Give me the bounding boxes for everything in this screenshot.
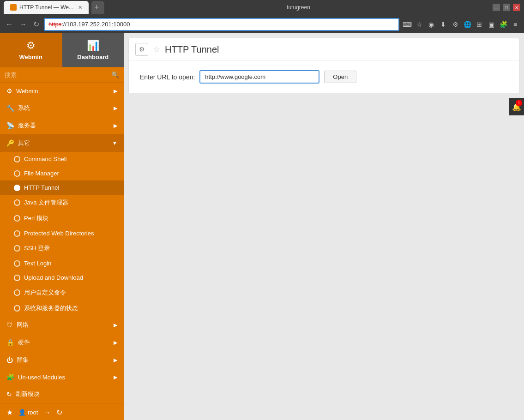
menu-icon[interactable]: ≡ bbox=[510, 19, 520, 30]
settings-icon[interactable]: ⚙ bbox=[450, 19, 460, 30]
sub-dot-server-status bbox=[14, 305, 20, 312]
url-label: Enter URL to open: bbox=[140, 73, 195, 81]
sidebar-item-text-login[interactable]: Text Login bbox=[0, 256, 124, 270]
sub-dot-java-file-manager bbox=[14, 199, 20, 206]
sidebar-item-network-label: 网络 bbox=[17, 321, 29, 329]
sidebar-item-unused-modules[interactable]: 🧩 Un-used Modules ▶ bbox=[0, 369, 124, 385]
chevron-right-hardware-icon: ▶ bbox=[114, 340, 117, 346]
sub-dot-custom-commands bbox=[14, 289, 20, 296]
sidebar-item-java-file-manager-label: Java 文件管理器 bbox=[24, 198, 68, 207]
sidebar-item-cluster[interactable]: ⏻ 群集 ▶ bbox=[0, 351, 124, 369]
sidebar-item-server-status-label: 系统和服务器的状态 bbox=[24, 304, 78, 312]
sidebar-item-command-shell[interactable]: Command Shell bbox=[0, 152, 124, 166]
window-controls[interactable]: — □ ✕ bbox=[493, 4, 520, 11]
webmin-menu-icon: ⚙ bbox=[6, 87, 12, 95]
sidebar-top: ⚙ Webmin 📊 Dashboard bbox=[0, 33, 124, 67]
apps-icon[interactable]: ⊞ bbox=[474, 19, 484, 30]
tab-label: HTTP Tunnel — We... bbox=[19, 4, 73, 11]
sidebar-item-perl-module-label: Perl 模块 bbox=[24, 214, 48, 222]
chevron-right-icon: ▶ bbox=[114, 88, 117, 94]
tab-close-button[interactable]: ✕ bbox=[78, 5, 82, 11]
address-bar[interactable]: https ://103.197.252.201:10000 bbox=[44, 18, 399, 31]
refresh-footer-icon[interactable]: ↻ bbox=[56, 408, 62, 417]
downloads-icon[interactable]: ⬇ bbox=[438, 19, 448, 30]
browser-profile: tutugreen bbox=[287, 4, 310, 11]
content-panel: ⚙ ☆ HTTP Tunnel Enter URL to open: Open bbox=[128, 38, 519, 93]
sidebar-item-file-manager[interactable]: File Manager bbox=[0, 166, 124, 180]
sidebar-item-text-login-label: Text Login bbox=[24, 260, 51, 267]
back-button[interactable]: ← bbox=[4, 20, 15, 29]
sidebar-item-http-tunnel[interactable]: HTTP Tunnel bbox=[0, 180, 124, 195]
browser-nav-icons: ⌨ ☆ ◉ ⬇ ⚙ 🌐 ⊞ ▣ 🧩 ≡ bbox=[402, 19, 520, 30]
minimize-button[interactable]: — bbox=[493, 4, 500, 11]
translate-icon[interactable]: ⌨ bbox=[402, 19, 412, 30]
new-tab-button[interactable]: + bbox=[91, 1, 104, 14]
webmin-nav-label: Webmin bbox=[19, 54, 42, 60]
close-button[interactable]: ✕ bbox=[513, 4, 520, 11]
open-button[interactable]: Open bbox=[324, 71, 356, 83]
sidebar-item-other-label: 其它 bbox=[18, 139, 30, 147]
profile-icon[interactable]: ◉ bbox=[426, 19, 436, 30]
app-body: ⚙ Webmin 📊 Dashboard 🔍 ⚙ Webmin ▶ 🔧 系统 ▶… bbox=[0, 33, 524, 420]
sidebar-item-ssh-login[interactable]: SSH 登录 bbox=[0, 240, 124, 256]
sidebar-item-system-label: 系统 bbox=[18, 104, 30, 112]
sub-dot-file-manager bbox=[14, 170, 20, 177]
sub-dot-command-shell bbox=[14, 156, 20, 162]
maximize-button[interactable]: □ bbox=[503, 4, 510, 11]
forward-button[interactable]: → bbox=[18, 20, 29, 29]
logout-icon[interactable]: → bbox=[43, 408, 51, 417]
sidebar-item-perl-module[interactable]: Perl 模块 bbox=[0, 210, 124, 226]
sidebar-search[interactable]: 🔍 bbox=[0, 67, 124, 83]
tab-favicon bbox=[10, 4, 17, 11]
sidebar-item-network[interactable]: 🛡 网络 ▶ bbox=[0, 316, 124, 334]
sidebar-item-hardware-label: 硬件 bbox=[18, 338, 30, 347]
dashboard-icon: 📊 bbox=[87, 40, 99, 52]
sidebar-item-webmin[interactable]: ⚙ Webmin ▶ bbox=[0, 83, 124, 99]
panel-settings-button[interactable]: ⚙ bbox=[135, 43, 148, 56]
sidebar-item-servers[interactable]: 📡 服务器 ▶ bbox=[0, 117, 124, 134]
hardware-icon: 🔒 bbox=[6, 339, 14, 346]
chevron-right-cluster-icon: ▶ bbox=[114, 357, 117, 363]
panel-favorite-button[interactable]: ☆ bbox=[153, 44, 160, 54]
dashboard-nav-button[interactable]: 📊 Dashboard bbox=[62, 33, 124, 67]
sidebar-item-file-manager-label: File Manager bbox=[24, 170, 59, 177]
sidebar-item-ssh-login-label: SSH 登录 bbox=[24, 244, 50, 252]
sidebar-item-upload-download[interactable]: Upload and Download bbox=[0, 270, 124, 285]
cast-icon[interactable]: ▣ bbox=[486, 19, 496, 30]
reload-button[interactable]: ↻ bbox=[31, 20, 41, 29]
sub-dot-http-tunnel bbox=[14, 185, 20, 191]
browser-tab[interactable]: HTTP Tunnel — We... ✕ bbox=[4, 1, 89, 14]
sidebar-item-other[interactable]: 🔑 其它 ▼ bbox=[0, 134, 124, 152]
browser-title-bar: HTTP Tunnel — We... ✕ + tutugreen — □ ✕ bbox=[0, 0, 524, 15]
refresh-icon: ↻ bbox=[6, 390, 12, 398]
star-icon[interactable]: ★ bbox=[6, 408, 13, 417]
sidebar-item-system[interactable]: 🔧 系统 ▶ bbox=[0, 99, 124, 117]
sidebar-item-refresh-modules[interactable]: ↻ 刷新模块 bbox=[0, 385, 124, 403]
sub-dot-ssh-login bbox=[14, 245, 20, 252]
servers-icon: 📡 bbox=[6, 122, 14, 129]
extension-icon[interactable]: 🧩 bbox=[498, 19, 508, 30]
search-input[interactable] bbox=[5, 72, 111, 78]
sidebar-item-hardware[interactable]: 🔒 硬件 ▶ bbox=[0, 334, 124, 351]
sidebar-item-custom-commands-label: 用户自定义命令 bbox=[24, 288, 66, 297]
protocol-text: https bbox=[48, 21, 61, 28]
webmin-icon: ⚙ bbox=[26, 40, 36, 52]
sidebar-item-servers-label: 服务器 bbox=[18, 121, 36, 130]
sidebar-item-refresh-modules-label: 刷新模块 bbox=[16, 390, 40, 398]
search-icon: 🔍 bbox=[111, 71, 119, 78]
sidebar-item-java-file-manager[interactable]: Java 文件管理器 bbox=[0, 195, 124, 210]
system-icon: 🔧 bbox=[6, 104, 14, 112]
sidebar-item-server-status[interactable]: 系统和服务器的状态 bbox=[0, 300, 124, 316]
panel-header: ⚙ ☆ HTTP Tunnel bbox=[129, 38, 519, 61]
sidebar-item-protected-web-dirs[interactable]: Protected Web Directories bbox=[0, 226, 124, 240]
user-display[interactable]: 👤 root bbox=[18, 409, 38, 416]
bookmark-icon[interactable]: ☆ bbox=[414, 19, 424, 30]
sidebar-item-custom-commands[interactable]: 用户自定义命令 bbox=[0, 285, 124, 300]
notification-bell[interactable]: 🔔 1 bbox=[509, 98, 524, 115]
chevron-down-icon: ▼ bbox=[112, 140, 117, 146]
webmin-nav-button[interactable]: ⚙ Webmin bbox=[0, 33, 62, 67]
address-host: ://103.197.252.201:10000 bbox=[61, 21, 130, 28]
url-input[interactable] bbox=[199, 70, 319, 84]
globe-icon[interactable]: 🌐 bbox=[462, 19, 472, 30]
user-icon: 👤 bbox=[18, 409, 26, 416]
